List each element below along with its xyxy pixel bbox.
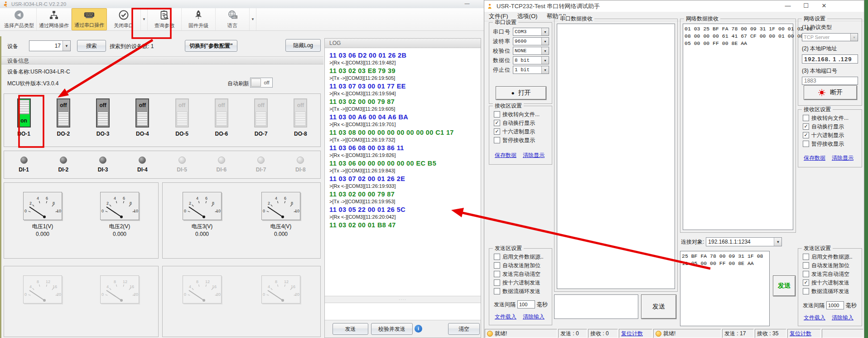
serial-reset-count-link[interactable]: 复位计数 [619,329,652,338]
checkbox[interactable]: ✓ [803,123,809,130]
checkbox[interactable] [494,271,500,277]
chevron-down-icon[interactable]: ▼ [541,28,549,35]
checkbox[interactable]: ✓ [803,132,809,138]
serial-field-combo[interactable]: COM3▼ [513,28,549,36]
checkbox-option[interactable]: 启用文件数据源.. [803,254,862,260]
open-serial-button[interactable]: ● 打开 [496,86,546,100]
action-link[interactable]: 保存数据 [804,154,825,162]
minimize-button[interactable]: — [779,0,797,11]
verify-send-button[interactable]: 校验并发送 [371,323,413,335]
checkbox-option[interactable]: ✓自动换行显示 [494,120,552,126]
checkbox-option[interactable]: 数据流循环发送 [494,288,552,294]
minimize-button[interactable]: — [460,0,474,7]
serial-field-combo[interactable]: 8 bit▼ [513,56,549,64]
do-switch-1[interactable]: on [17,98,31,127]
serial-field-combo[interactable]: 9600▼ [513,37,549,45]
clear-button[interactable]: 清空 [448,323,480,335]
switch-to-config-button[interactable]: 切换到"参数配置" [185,40,237,52]
chevron-down-icon[interactable]: ▼ [541,38,549,45]
checkbox-option[interactable]: 按十六进制发送 [494,279,552,286]
send-button[interactable]: 发送 [333,323,368,335]
checkbox[interactable] [494,137,500,143]
checkbox[interactable] [494,111,500,118]
checkbox-option[interactable]: 自动发送附加位 [494,262,552,269]
serial-send-button[interactable]: 发送 [641,294,676,319]
chevron-down-icon[interactable]: ▼ [541,47,549,54]
interval-input[interactable]: 1000 [826,301,844,309]
chevron-down-icon[interactable]: ▼ [774,238,781,246]
connect-target-combo[interactable]: 192.168.1.1:1234 ▼ [706,237,782,246]
toolbar-button-back-arrow[interactable]: 选择产品类型 [2,8,37,30]
network-send-button[interactable]: 发送 [773,275,796,296]
do-switch-4[interactable]: off [135,98,149,127]
toolbar-button-check-circle[interactable]: 关闭串口 [107,8,141,30]
network-reset-count-link[interactable]: 复位计数 [787,329,821,338]
checkbox[interactable] [494,279,500,286]
toolbar-button-rocket[interactable]: 固件升级 [182,8,216,30]
checkbox-option[interactable]: 自动发送附加位 [803,262,862,269]
log-send-input[interactable] [325,303,481,320]
chevron-down-icon[interactable]: ▼ [141,8,148,30]
do-switch-3[interactable]: off [96,98,110,127]
toolbar-button-globe[interactable]: ABC语言 [216,8,250,30]
checkbox[interactable] [803,141,809,147]
checkbox[interactable] [803,271,809,277]
checkbox-option[interactable]: 数据流循环发送 [803,288,862,294]
network-receive-area[interactable]: 01 03 25 BF FA 78 00 09 31 1F 00 01 02 0… [683,24,793,230]
checkbox-option[interactable]: 暂停接收显示 [494,137,552,143]
action-link[interactable]: 清除显示 [523,152,545,159]
chevron-down-icon[interactable]: ▼ [541,66,549,73]
checkbox-option[interactable]: 暂停接收显示 [803,141,862,147]
serial-receive-area[interactable] [557,24,675,289]
serial-field-combo[interactable]: 1 bit▼ [513,66,549,74]
checkbox[interactable] [803,262,809,269]
chevron-down-icon[interactable]: ▼ [250,8,256,30]
serial-send-input[interactable] [554,294,638,319]
serial-field-combo[interactable]: NONE▼ [513,47,549,55]
log-body[interactable]: 11 03 06 D2 00 01 26 2B>[Rx <-][COM3][11… [325,48,481,296]
chevron-down-icon[interactable]: ▼ [63,41,70,51]
search-button[interactable]: 搜索 [77,40,106,52]
local-port-field[interactable]: 1883 [802,77,858,85]
checkbox-option[interactable]: ✓十六进制显示 [494,128,552,135]
checkbox[interactable] [494,288,500,294]
checkbox[interactable] [803,288,809,294]
network-send-area[interactable]: 25 BF FA 78 00 09 31 1F 08 11 05 00 00 F… [680,251,770,326]
checkbox[interactable] [494,262,500,269]
toolbar-button-query-params[interactable]: 查询参数 [148,8,182,30]
checkbox-option[interactable]: ✓十六进制显示 [803,132,862,138]
auto-refresh-toggle[interactable]: off [250,78,273,88]
toolbar-button-network[interactable]: 通过网络操作 [37,8,72,30]
interval-input[interactable]: 100 [517,300,535,309]
hide-log-button[interactable]: 隐藏Log [285,39,321,52]
action-link[interactable]: 清除输入 [832,314,854,322]
close-button[interactable]: ✕ [815,0,833,11]
checkbox[interactable]: ✓ [494,120,500,126]
action-link[interactable]: 清除显示 [832,154,854,162]
info-icon[interactable]: i [415,325,422,333]
checkbox[interactable] [494,254,500,260]
checkbox-option[interactable]: 接收转向文件... [803,115,862,121]
checkbox-option[interactable]: 启用文件数据源.. [494,254,552,260]
checkbox-option[interactable]: 发送完自动清空 [494,271,552,277]
checkbox-option[interactable]: 接收转向文件... [494,111,552,118]
maximize-button[interactable]: ☐ [797,0,815,11]
checkbox[interactable] [803,115,809,121]
checkbox-option[interactable]: ✓按十六进制发送 [803,279,862,286]
checkbox-option[interactable]: 发送完自动清空 [803,271,862,277]
log-splitter[interactable]: .... [325,296,481,303]
checkbox-option[interactable]: ✓自动换行显示 [803,123,862,130]
local-ip-field[interactable]: 192.168. 1 .129 [802,54,858,64]
checkbox[interactable] [803,254,809,260]
toggle-handle[interactable] [251,78,261,87]
chevron-down-icon[interactable]: ▼ [541,57,549,64]
checkbox[interactable]: ✓ [803,279,809,286]
action-link[interactable]: 保存数据 [495,152,516,159]
do-switch-2[interactable]: off [57,98,70,127]
toolbar-button-serial-port[interactable]: 通过串口操作 [72,8,107,30]
checkbox[interactable]: ✓ [494,128,500,135]
device-number-combo[interactable]: 17 ▼ [29,40,71,51]
action-link[interactable]: 文件载入 [804,314,825,322]
disconnect-button[interactable]: 断开 [804,85,857,100]
action-link[interactable]: 清除输入 [523,313,545,321]
